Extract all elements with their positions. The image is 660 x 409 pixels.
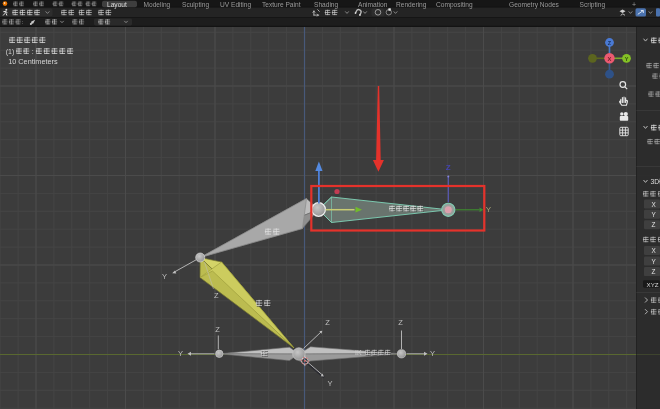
svg-text::: : bbox=[32, 48, 34, 55]
svg-text:IK: IK bbox=[355, 349, 362, 356]
svg-text:Z: Z bbox=[398, 318, 403, 327]
svg-text:Y: Y bbox=[162, 272, 167, 281]
svg-text:Z: Z bbox=[652, 268, 656, 275]
svg-text:Y: Y bbox=[178, 349, 183, 358]
svg-text:Animation: Animation bbox=[358, 1, 388, 8]
svg-text:Y: Y bbox=[652, 211, 657, 218]
svg-text:Compositing: Compositing bbox=[436, 1, 473, 9]
svg-text:Y: Y bbox=[652, 258, 657, 265]
svg-text:Rendering: Rendering bbox=[396, 1, 427, 9]
svg-text:Z: Z bbox=[214, 291, 219, 300]
svg-text:Shading: Shading bbox=[314, 1, 339, 9]
svg-text:+: + bbox=[632, 1, 636, 8]
svg-text:(1): (1) bbox=[6, 48, 15, 56]
svg-text:Layout: Layout bbox=[107, 1, 127, 9]
svg-text:X: X bbox=[652, 201, 657, 208]
svg-text:Scripting: Scripting bbox=[580, 1, 606, 9]
svg-text:Texture Paint: Texture Paint bbox=[262, 1, 301, 8]
svg-text:Y: Y bbox=[625, 56, 629, 62]
svg-text:Z: Z bbox=[446, 163, 451, 172]
svg-text:Sculpting: Sculpting bbox=[182, 1, 209, 9]
svg-text:X: X bbox=[652, 247, 657, 254]
svg-text:Y: Y bbox=[486, 205, 492, 214]
svg-text:X: X bbox=[608, 56, 612, 62]
svg-text:3D: 3D bbox=[651, 178, 660, 185]
svg-text:Z: Z bbox=[325, 318, 330, 327]
svg-text:XYZ: XYZ bbox=[647, 281, 659, 288]
svg-text:UV Editing: UV Editing bbox=[220, 1, 251, 9]
svg-text:Z: Z bbox=[215, 325, 220, 334]
svg-text:Z: Z bbox=[652, 221, 656, 228]
svg-text:10 Centimeters: 10 Centimeters bbox=[8, 57, 58, 66]
svg-text:Y: Y bbox=[327, 379, 332, 388]
svg-text:Geometry Nodes: Geometry Nodes bbox=[509, 1, 560, 9]
svg-text:Modeling: Modeling bbox=[144, 1, 171, 9]
svg-text:Y: Y bbox=[430, 349, 435, 358]
